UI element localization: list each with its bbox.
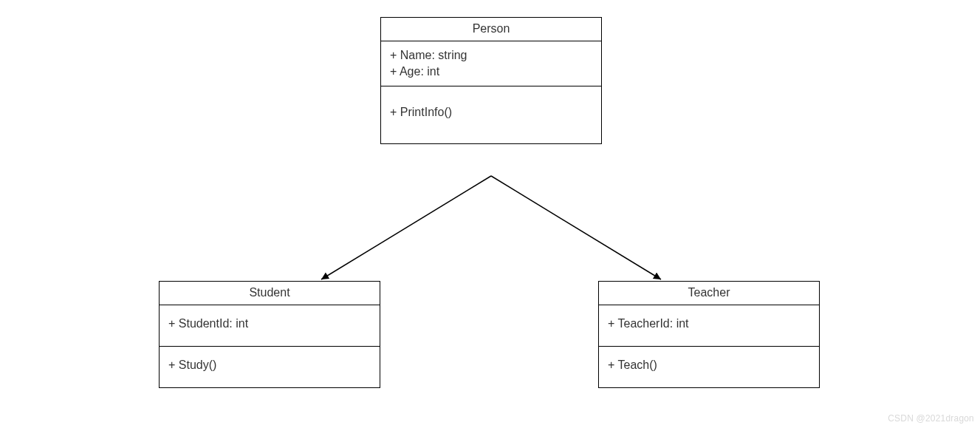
class-title: Person (381, 18, 601, 41)
class-operation: + Study() (168, 357, 371, 373)
class-attribute: + Name: string (390, 47, 592, 64)
class-attributes: + TeacherId: int (599, 305, 819, 346)
class-operation: + PrintInfo() (390, 104, 592, 120)
class-attribute: + TeacherId: int (608, 316, 810, 332)
class-operations: + Study() (160, 346, 380, 387)
uml-diagram: Person + Name: string + Age: int + Print… (0, 0, 980, 428)
class-attributes: + Name: string + Age: int (381, 41, 601, 86)
class-operations: + PrintInfo() (381, 86, 601, 143)
class-attribute: + Age: int (390, 64, 592, 80)
class-box-person: Person + Name: string + Age: int + Print… (380, 17, 602, 144)
class-attributes: + StudentId: int (160, 305, 380, 346)
class-box-student: Student + StudentId: int + Study() (159, 281, 380, 388)
edge-person-to-student (321, 176, 491, 279)
class-box-teacher: Teacher + TeacherId: int + Teach() (598, 281, 820, 388)
class-attribute: + StudentId: int (168, 316, 371, 332)
class-operation: + Teach() (608, 357, 810, 373)
class-operations: + Teach() (599, 346, 819, 387)
class-title: Teacher (599, 282, 819, 305)
watermark-text: CSDN @2021dragon (888, 413, 974, 424)
edge-person-to-teacher (491, 176, 661, 279)
class-title: Student (160, 282, 380, 305)
